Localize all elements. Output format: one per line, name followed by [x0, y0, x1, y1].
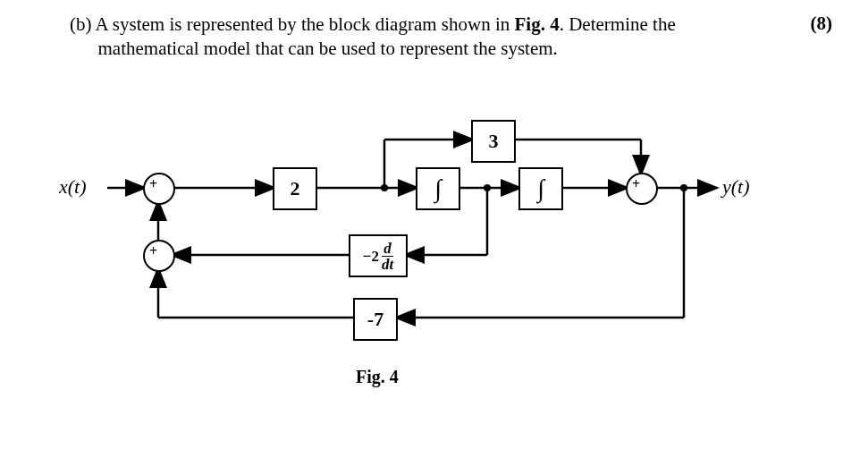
deriv-den: dt	[382, 257, 393, 272]
sum-junction-3	[626, 173, 658, 205]
q-text-1: A system is represented by the block dia…	[96, 13, 515, 35]
sum2-plus: +	[149, 243, 157, 259]
part-label: (b)	[70, 13, 92, 35]
gain-minus7-block: -7	[353, 298, 398, 341]
page: (b) A system is represented by the block…	[0, 0, 868, 458]
marks: (8)	[811, 13, 833, 35]
sum-junction-2	[143, 240, 175, 272]
deriv-prefix: −2	[363, 249, 379, 264]
input-label: x(t)	[59, 175, 87, 199]
derivative-block: −2 d dt	[349, 234, 408, 277]
deriv-num: d	[382, 241, 393, 257]
gain-3-block: 3	[471, 120, 516, 163]
block-diagram: x(t) y(t) + + + 2 3 ∫ ∫ −2 d dt -7 Fig. …	[54, 107, 813, 429]
fig-ref: Fig. 4	[515, 13, 560, 35]
sum1-plus-left: +	[149, 176, 157, 192]
integrator-1-block: ∫	[416, 167, 460, 210]
figure-label: Fig. 4	[356, 367, 399, 387]
question-text: (b) A system is represented by the block…	[70, 13, 749, 62]
q-text-1b: . Determine the	[560, 13, 676, 35]
output-label: y(t)	[722, 175, 750, 199]
q-text-2: mathematical model that can be used to r…	[98, 38, 558, 59]
gain-2-block: 2	[273, 167, 317, 210]
integrator-2-block: ∫	[518, 167, 563, 210]
sum-junction-1	[143, 173, 175, 205]
sum3-plus: +	[632, 176, 640, 192]
